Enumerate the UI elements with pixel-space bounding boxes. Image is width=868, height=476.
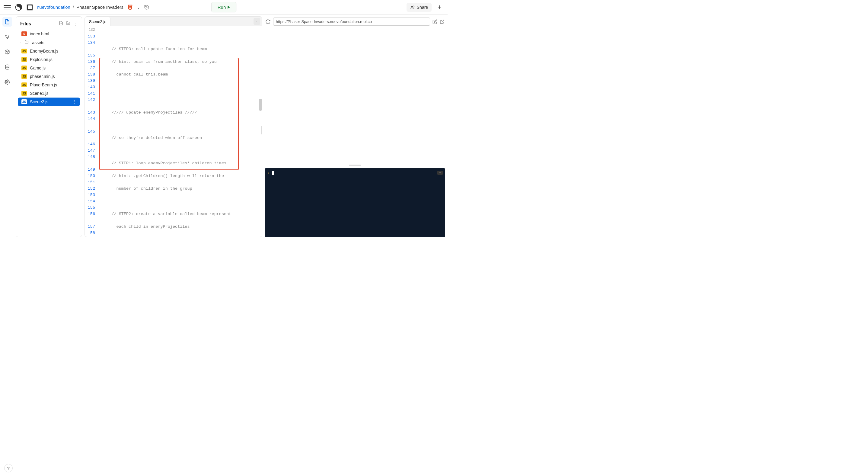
- file-scene2[interactable]: JSScene2.js⋮: [18, 97, 80, 106]
- js-icon: JS: [22, 57, 27, 62]
- resize-handle[interactable]: [261, 126, 262, 135]
- rail-packages-icon[interactable]: [2, 47, 12, 57]
- chevron-down-icon[interactable]: ⌄: [137, 5, 140, 10]
- open-external-icon[interactable]: [440, 19, 444, 24]
- run-button[interactable]: Run: [211, 2, 237, 12]
- main-content: Files ⋮ 5index.html ›assets JSEnemyBeam.…: [0, 14, 447, 239]
- tab-scene2[interactable]: Scene2.js: [85, 17, 111, 26]
- history-icon[interactable]: [144, 4, 149, 10]
- rail-version-icon[interactable]: [2, 32, 12, 42]
- breadcrumb-separator: /: [73, 4, 74, 10]
- rail-files-icon[interactable]: [2, 17, 12, 27]
- file-more-icon[interactable]: ⋮: [72, 99, 76, 104]
- svg-point-1: [411, 6, 412, 7]
- file-index-html[interactable]: 5index.html: [18, 30, 80, 38]
- edit-icon[interactable]: [433, 19, 437, 24]
- preview-header: [265, 16, 445, 27]
- preview-url-input[interactable]: [273, 18, 430, 26]
- project-name[interactable]: Phaser Space Invaders: [76, 4, 123, 10]
- file-playerbeam[interactable]: JSPlayerBeam.js: [18, 81, 80, 89]
- file-game[interactable]: JSGame.js: [18, 64, 80, 72]
- console-prompt: ›: [268, 171, 270, 175]
- code-content[interactable]: // STEP3: call update fucntion for beam …: [97, 26, 262, 237]
- folder-assets[interactable]: ›assets: [18, 38, 80, 47]
- js-icon: JS: [22, 83, 27, 87]
- folder-icon: [24, 40, 29, 45]
- add-button[interactable]: +: [435, 2, 444, 12]
- rail-database-icon[interactable]: [2, 62, 12, 72]
- js-icon: JS: [22, 74, 27, 79]
- editor-area: Scene2.js 132 133 134 135 136 137 138 13…: [85, 16, 262, 237]
- console-close-icon[interactable]: ⌫: [437, 171, 443, 175]
- new-file-icon[interactable]: [59, 21, 63, 27]
- header-right: Share +: [406, 2, 444, 12]
- rail-settings-icon[interactable]: [2, 77, 12, 87]
- project-avatar-icon[interactable]: [27, 4, 33, 10]
- run-label: Run: [218, 4, 226, 10]
- share-icon: [410, 5, 415, 10]
- file-explosion[interactable]: JSExplosion.js: [18, 55, 80, 64]
- file-scene1[interactable]: JSScene1.js: [18, 89, 80, 97]
- preview-area: › ⌫: [265, 16, 445, 237]
- file-phasermin[interactable]: JSphaser.min.js: [18, 72, 80, 81]
- js-icon: JS: [22, 91, 27, 96]
- console[interactable]: › ⌫: [265, 168, 445, 237]
- hamburger-menu-icon[interactable]: [4, 4, 11, 10]
- js-icon: JS: [22, 65, 27, 70]
- svg-point-6: [5, 65, 9, 66]
- refresh-icon[interactable]: [265, 19, 271, 25]
- svg-point-3: [5, 35, 6, 36]
- svg-point-2: [413, 6, 414, 7]
- svg-point-7: [7, 82, 8, 83]
- console-cursor: [272, 171, 274, 175]
- files-title: Files: [20, 21, 56, 27]
- html5-icon: 5: [22, 31, 27, 36]
- left-rail: [0, 14, 14, 239]
- share-button[interactable]: Share: [406, 3, 432, 12]
- file-enemybeam[interactable]: JSEnemyBeam.js: [18, 47, 80, 55]
- preview-iframe[interactable]: [265, 29, 445, 162]
- breadcrumb: nuevofoundation / Phaser Space Invaders: [37, 4, 123, 10]
- highlight-box: [99, 58, 239, 170]
- drag-handle-icon[interactable]: [349, 165, 361, 166]
- js-icon: JS: [22, 99, 27, 104]
- new-folder-icon[interactable]: [66, 21, 70, 27]
- files-panel: Files ⋮ 5index.html ›assets JSEnemyBeam.…: [16, 16, 82, 237]
- html5-icon: [127, 4, 133, 10]
- js-icon: JS: [22, 49, 27, 54]
- svg-point-4: [8, 35, 9, 36]
- line-gutter: 132 133 134 135 136 137 138 139 140 141 …: [85, 26, 97, 237]
- scrollbar-thumb[interactable]: [259, 99, 262, 111]
- files-header: Files ⋮: [16, 19, 82, 30]
- chevron-right-icon: ›: [20, 41, 21, 44]
- code-editor[interactable]: 132 133 134 135 136 137 138 139 140 141 …: [85, 26, 262, 237]
- editor-tabs: Scene2.js: [85, 17, 262, 26]
- replit-logo-icon[interactable]: [14, 3, 23, 11]
- share-label: Share: [417, 5, 428, 10]
- top-header: nuevofoundation / Phaser Space Invaders …: [0, 0, 447, 14]
- owner-link[interactable]: nuevofoundation: [37, 4, 70, 10]
- svg-line-16: [442, 20, 444, 22]
- editor-panel-icon[interactable]: [253, 18, 260, 25]
- files-more-icon[interactable]: ⋮: [73, 21, 78, 27]
- play-icon: [227, 6, 230, 9]
